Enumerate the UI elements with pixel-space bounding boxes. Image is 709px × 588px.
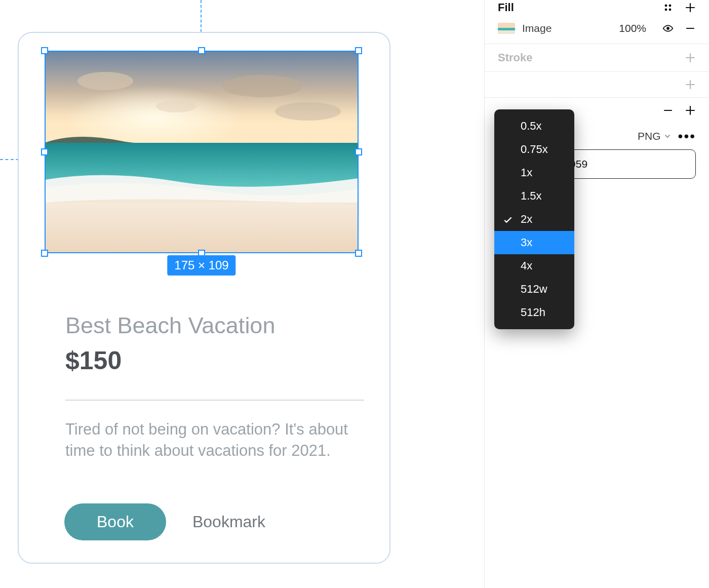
add-fill-icon[interactable]	[685, 2, 696, 13]
scale-option-2x[interactable]: 2x	[494, 208, 574, 231]
selection-size-badge: 175 × 109	[167, 255, 235, 276]
scale-option-label: 512w	[521, 283, 547, 295]
selected-image[interactable]: 175 × 109	[45, 51, 359, 253]
fill-title: Fill	[498, 1, 514, 14]
add-effect-icon[interactable]	[685, 79, 696, 90]
stroke-section: Stroke	[485, 44, 709, 72]
check-icon	[503, 215, 513, 224]
style-four-dot-icon[interactable]	[662, 2, 674, 13]
fill-opacity[interactable]: 100%	[619, 22, 646, 34]
svg-point-9	[669, 5, 672, 7]
card-divider	[65, 400, 364, 401]
export-format-label: PNG	[638, 130, 661, 142]
selection-outline	[45, 51, 359, 253]
svg-point-12	[666, 27, 669, 30]
stroke-title: Stroke	[498, 51, 532, 64]
scale-option-label: 1x	[521, 166, 532, 179]
scale-option-label: 4x	[521, 259, 532, 272]
scale-option-0.75x[interactable]: 0.75x	[494, 138, 574, 161]
visibility-eye-icon[interactable]	[662, 23, 674, 34]
bookmark-link[interactable]: Bookmark	[192, 513, 265, 531]
add-stroke-icon[interactable]	[685, 52, 696, 63]
resize-handle-bl[interactable]	[41, 250, 48, 257]
card-description: Tired of not being on vacation? It's abo…	[65, 419, 364, 461]
scale-option-512w[interactable]: 512w	[494, 278, 574, 301]
scale-option-512h[interactable]: 512h	[494, 301, 574, 324]
card-title: Best Beach Vacation	[65, 312, 275, 339]
scale-option-label: 3x	[521, 236, 532, 249]
scale-option-0.5x[interactable]: 0.5x	[494, 114, 574, 138]
resize-handle-ml[interactable]	[41, 148, 48, 155]
svg-point-11	[669, 9, 672, 11]
fill-swatch[interactable]	[498, 23, 515, 34]
add-export-icon[interactable]	[685, 105, 696, 116]
remove-fill-icon[interactable]	[685, 23, 696, 34]
scale-option-label: 1.5x	[521, 189, 542, 202]
fill-section: Fill Image 100%	[485, 0, 709, 44]
resize-handle-mr[interactable]	[355, 148, 362, 155]
resize-handle-tr[interactable]	[355, 47, 362, 54]
export-more-icon[interactable]: •••	[678, 133, 696, 140]
effects-section	[485, 72, 709, 98]
scale-option-label: 0.75x	[521, 143, 548, 155]
resize-handle-tl[interactable]	[41, 47, 48, 54]
chevron-down-icon	[664, 133, 671, 140]
book-button[interactable]: Book	[64, 503, 166, 540]
fill-type-label[interactable]: Image	[522, 22, 552, 34]
card-actions: Book Bookmark	[64, 503, 265, 540]
scale-option-label: 2x	[521, 213, 532, 225]
scale-option-3x[interactable]: 3x	[494, 231, 574, 254]
scale-option-1.5x[interactable]: 1.5x	[494, 184, 574, 208]
svg-point-10	[665, 9, 667, 11]
export-format-select[interactable]: PNG	[638, 130, 671, 142]
canvas[interactable]: Best Beach Vacation $150 Tired of not be…	[0, 0, 484, 588]
remove-export-icon[interactable]	[662, 105, 674, 116]
scale-option-1x[interactable]: 1x	[494, 161, 574, 184]
scale-option-label: 0.5x	[521, 120, 542, 132]
card-price: $150	[65, 346, 122, 375]
export-scale-menu[interactable]: 0.5x0.75x1x1.5x2x3x4x512w512h	[494, 109, 574, 329]
resize-handle-mt[interactable]	[198, 47, 205, 54]
scale-option-4x[interactable]: 4x	[494, 254, 574, 278]
fill-row: Image 100%	[485, 19, 709, 44]
svg-point-8	[665, 5, 667, 7]
resize-handle-br[interactable]	[355, 250, 362, 257]
scale-option-label: 512h	[521, 306, 545, 319]
